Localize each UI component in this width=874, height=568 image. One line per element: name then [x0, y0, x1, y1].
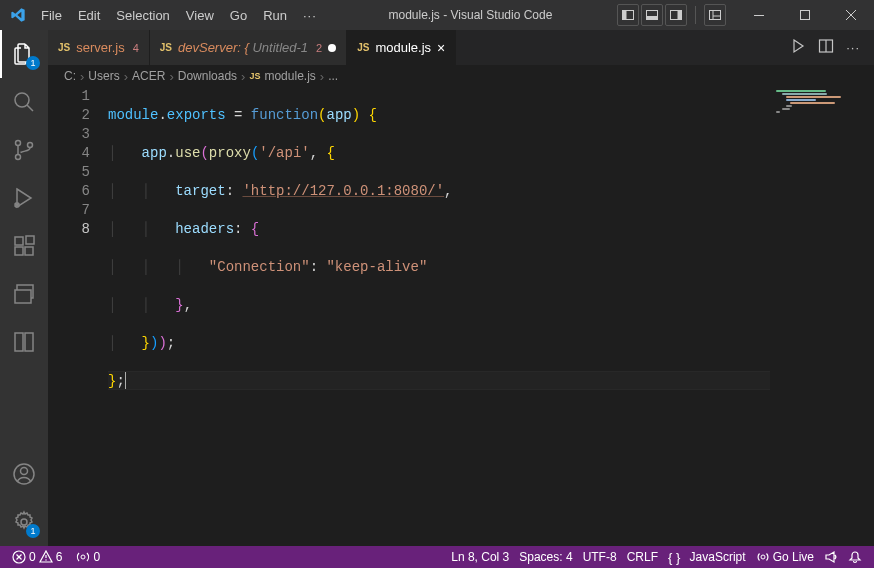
- layout-controls: [617, 4, 726, 26]
- toggle-primary-sidebar[interactable]: [617, 4, 639, 26]
- svg-rect-24: [15, 290, 31, 303]
- breadcrumb-item[interactable]: Users: [88, 69, 119, 83]
- status-language[interactable]: { } JavaScript: [664, 546, 750, 568]
- tab-close[interactable]: ×: [437, 40, 445, 56]
- close-button[interactable]: [828, 0, 874, 30]
- menu-bar: File Edit Selection View Go Run ···: [34, 4, 324, 27]
- editor[interactable]: 12345678 module.exports = function(app) …: [48, 87, 874, 546]
- js-icon: JS: [58, 42, 70, 53]
- svg-line-14: [27, 105, 33, 111]
- menu-view[interactable]: View: [179, 4, 221, 27]
- breadcrumbs[interactable]: C:› Users› ACER› Downloads› JS module.js…: [48, 65, 874, 87]
- activity-bar: 1 1: [0, 30, 48, 546]
- minimap[interactable]: [770, 87, 860, 546]
- status-indentation[interactable]: Spaces: 4: [515, 546, 576, 568]
- svg-point-28: [21, 468, 28, 475]
- toggle-secondary-sidebar[interactable]: [665, 4, 687, 26]
- activity-window[interactable]: [0, 270, 48, 318]
- window-title: module.js - Visual Studio Code: [324, 8, 617, 22]
- svg-point-29: [21, 519, 27, 525]
- breadcrumb-item[interactable]: Downloads: [178, 69, 237, 83]
- activity-extensions[interactable]: [0, 222, 48, 270]
- code-content[interactable]: module.exports = function(app) { │ app.u…: [108, 87, 874, 546]
- dirty-indicator: [328, 44, 336, 52]
- editor-tabs: JS server.js 4 JS devServer: { Untitled-…: [48, 30, 874, 65]
- svg-rect-21: [25, 247, 33, 255]
- svg-point-17: [28, 143, 33, 148]
- tab-module-js[interactable]: JS module.js ×: [347, 30, 456, 65]
- menu-overflow[interactable]: ···: [296, 4, 324, 27]
- svg-point-37: [81, 555, 85, 559]
- activity-layout[interactable]: [0, 318, 48, 366]
- activity-source-control[interactable]: [0, 126, 48, 174]
- activity-search[interactable]: [0, 78, 48, 126]
- tab-error-count: 2: [316, 42, 322, 54]
- breadcrumb-item[interactable]: module.js: [264, 69, 315, 83]
- tab-label: module.js: [375, 40, 431, 55]
- svg-rect-22: [26, 236, 34, 244]
- settings-badge: 1: [26, 524, 40, 538]
- activity-explorer[interactable]: 1: [0, 30, 48, 78]
- breadcrumb-item[interactable]: C:: [64, 69, 76, 83]
- run-icon[interactable]: [790, 38, 806, 57]
- radio-icon: [76, 550, 90, 564]
- status-cursor-position[interactable]: Ln 8, Col 3: [447, 546, 513, 568]
- status-go-live[interactable]: Go Live: [752, 546, 818, 568]
- activity-account[interactable]: [0, 450, 48, 498]
- svg-rect-26: [25, 333, 33, 351]
- tab-server-js[interactable]: JS server.js 4: [48, 30, 150, 65]
- status-encoding[interactable]: UTF-8: [579, 546, 621, 568]
- status-bar: 0 6 0 Ln 8, Col 3 Spaces: 4 UTF-8 CRLF {…: [0, 546, 874, 568]
- window-controls: [736, 0, 874, 30]
- svg-rect-25: [15, 333, 23, 351]
- svg-rect-10: [801, 11, 810, 20]
- svg-point-15: [16, 141, 21, 146]
- menu-edit[interactable]: Edit: [71, 4, 107, 27]
- svg-point-36: [45, 559, 46, 560]
- line-numbers: 12345678: [48, 87, 108, 546]
- svg-rect-9: [754, 15, 764, 16]
- error-icon: [12, 550, 26, 564]
- activity-run-debug[interactable]: [0, 174, 48, 222]
- svg-point-13: [15, 93, 29, 107]
- megaphone-icon: [824, 550, 838, 564]
- vertical-scrollbar[interactable]: [860, 87, 874, 546]
- tab-label: server.js: [76, 40, 124, 55]
- svg-rect-19: [15, 237, 23, 245]
- explorer-badge: 1: [26, 56, 40, 70]
- warning-icon: [39, 550, 53, 564]
- toggle-panel[interactable]: [641, 4, 663, 26]
- js-icon: JS: [357, 42, 369, 53]
- menu-go[interactable]: Go: [223, 4, 254, 27]
- maximize-button[interactable]: [782, 0, 828, 30]
- status-notifications[interactable]: [844, 546, 866, 568]
- minimize-button[interactable]: [736, 0, 782, 30]
- svg-rect-1: [623, 11, 627, 20]
- svg-rect-5: [678, 11, 682, 20]
- breadcrumb-item[interactable]: ACER: [132, 69, 165, 83]
- status-ports[interactable]: 0: [72, 546, 104, 568]
- breadcrumb-item[interactable]: ...: [328, 69, 338, 83]
- status-eol[interactable]: CRLF: [623, 546, 662, 568]
- menu-selection[interactable]: Selection: [109, 4, 176, 27]
- tab-label: devServer: { Untitled-1: [178, 40, 308, 55]
- customize-layout[interactable]: [704, 4, 726, 26]
- svg-point-38: [761, 555, 765, 559]
- vscode-icon: [10, 7, 26, 23]
- menu-run[interactable]: Run: [256, 4, 294, 27]
- svg-rect-6: [710, 11, 721, 20]
- activity-settings[interactable]: 1: [0, 498, 48, 546]
- menu-file[interactable]: File: [34, 4, 69, 27]
- status-feedback[interactable]: [820, 546, 842, 568]
- svg-point-16: [16, 155, 21, 160]
- tab-untitled-1[interactable]: JS devServer: { Untitled-1 2: [150, 30, 347, 65]
- title-bar: File Edit Selection View Go Run ··· modu…: [0, 0, 874, 30]
- status-errors[interactable]: 0 6: [8, 546, 66, 568]
- broadcast-icon: [756, 550, 770, 564]
- more-actions-icon[interactable]: ···: [846, 40, 860, 55]
- js-icon: JS: [249, 71, 260, 81]
- svg-rect-3: [647, 16, 658, 20]
- bell-icon: [848, 550, 862, 564]
- editor-actions: ···: [790, 30, 874, 65]
- split-editor-icon[interactable]: [818, 38, 834, 57]
